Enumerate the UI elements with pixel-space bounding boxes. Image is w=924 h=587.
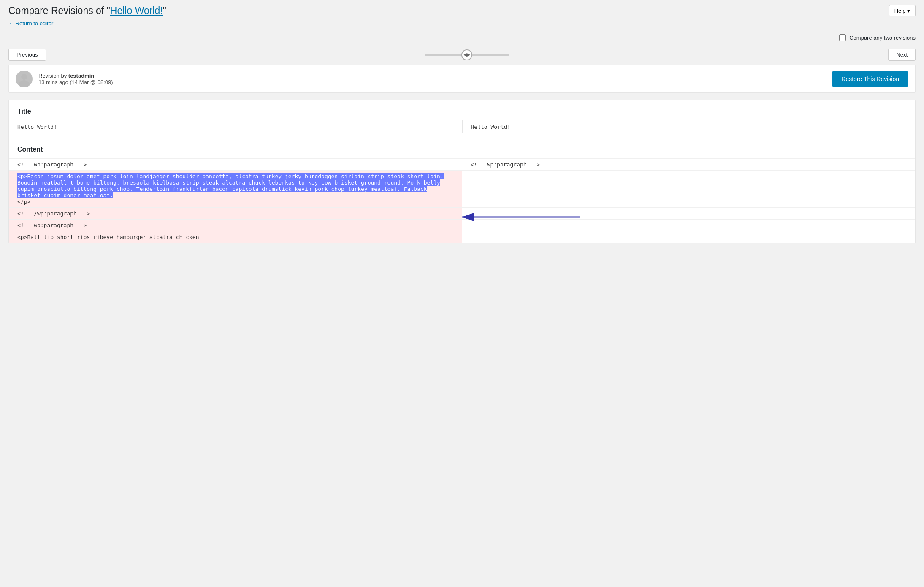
close-wp-paragraph-left-text: <!-- /wp:paragraph --> [17, 210, 90, 217]
avatar [16, 71, 33, 87]
revision-bar: Revision by testadmin 13 mins ago (14 Ma… [8, 65, 916, 93]
title-right: Hello World! [462, 120, 916, 133]
title-row: Hello World! Hello World! [9, 120, 915, 133]
annotation-arrow [458, 209, 584, 226]
help-label: Help ▾ [894, 8, 910, 14]
close-wp-paragraph-left: <!-- /wp:paragraph --> [9, 208, 462, 219]
wp-paragraph-left-text: <!-- wp:paragraph --> [17, 161, 87, 168]
top-bar: Help ▾ Compare Revisions of "Hello World… [0, 0, 924, 31]
compare-any-two-text: Compare any two revisions [849, 35, 916, 41]
title-section: Title Hello World! Hello World! [9, 100, 915, 138]
slider-container: ◀▶ [46, 54, 889, 56]
revision-slider-track[interactable]: ◀▶ [425, 54, 509, 56]
wp-paragraph-left: <!-- wp:paragraph --> [9, 159, 462, 170]
title-left: Hello World! [9, 120, 462, 133]
removed-paragraph-right [462, 171, 916, 207]
page-title: Compare Revisions of "Hello World!" [8, 5, 916, 16]
post-title-link[interactable]: Hello World! [110, 5, 163, 16]
return-to-editor-link[interactable]: ← Return to editor [8, 20, 53, 27]
revision-slider-thumb[interactable]: ◀▶ [461, 49, 472, 60]
revision-author-line: Revision by testadmin [38, 73, 113, 79]
ball-tip-left: <p>Ball tip short ribs ribeye hamburger … [9, 231, 462, 243]
revision-prefix: Revision by [38, 73, 68, 79]
wp-paragraph-2-left-text: <!-- wp:paragraph --> [17, 222, 87, 228]
removed-paragraph-row: <p>Bacon ipsum dolor amet pork loin land… [9, 170, 915, 207]
title-prefix: Compare Revisions of " [8, 5, 110, 16]
compare-row: Compare any two revisions [0, 31, 924, 44]
content-section: Content <!-- wp:paragraph --> <!-- wp:pa… [9, 138, 915, 243]
content-section-label: Content [9, 138, 915, 158]
wp-paragraph-right: <!-- wp:paragraph --> [462, 159, 916, 170]
content-area: Title Hello World! Hello World! Content … [8, 100, 916, 243]
revision-time-ago: 13 mins ago [38, 79, 68, 85]
help-button[interactable]: Help ▾ [889, 5, 916, 16]
compare-any-two-label[interactable]: Compare any two revisions [839, 34, 916, 41]
closing-p-tag: </p> [17, 198, 30, 205]
nav-row: Previous ◀▶ Next [0, 44, 924, 65]
wp-paragraph-2-left: <!-- wp:paragraph --> [9, 220, 462, 231]
compare-any-two-checkbox[interactable] [839, 34, 846, 41]
previous-button[interactable]: Previous [8, 49, 46, 61]
ball-tip-right [462, 231, 916, 243]
svg-point-0 [21, 74, 27, 80]
revision-date: (14 Mar @ 08:09) [70, 79, 113, 85]
revision-time: 13 mins ago (14 Mar @ 08:09) [38, 79, 113, 85]
removed-paragraph-left: <p>Bacon ipsum dolor amet pork loin land… [9, 171, 462, 207]
title-section-label: Title [9, 100, 915, 120]
next-button[interactable]: Next [888, 49, 916, 61]
revision-author: testadmin [68, 73, 94, 79]
restore-revision-button[interactable]: Restore This Revision [832, 71, 908, 87]
highlighted-text: <p>Bacon ipsum dolor amet pork loin land… [17, 173, 444, 198]
ball-tip-left-text: <p>Ball tip short ribs ribeye hamburger … [17, 234, 199, 240]
wp-paragraph-right-text: <!-- wp:paragraph --> [471, 161, 540, 168]
svg-point-1 [19, 80, 30, 87]
wp-paragraph-row: <!-- wp:paragraph --> <!-- wp:paragraph … [9, 158, 915, 170]
revision-info: Revision by testadmin 13 mins ago (14 Ma… [16, 71, 113, 87]
revision-meta: Revision by testadmin 13 mins ago (14 Ma… [38, 73, 113, 85]
ball-tip-row: <p>Ball tip short ribs ribeye hamburger … [9, 231, 915, 243]
title-suffix: " [163, 5, 166, 16]
